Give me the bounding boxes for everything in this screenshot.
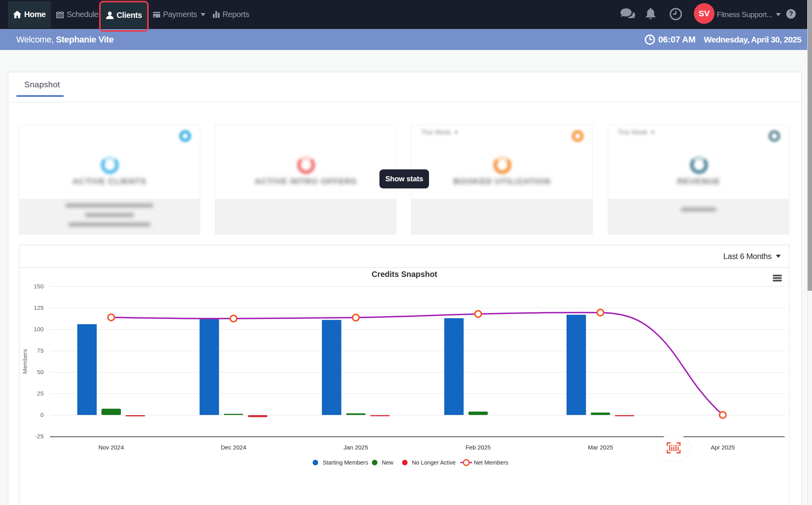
svg-text:Starting Members: Starting Members [323, 459, 368, 466]
svg-text:0: 0 [40, 411, 44, 418]
svg-text:-25: -25 [35, 433, 44, 440]
svg-text:Credits Snapshot: Credits Snapshot [372, 270, 437, 278]
svg-text:Feb 2025: Feb 2025 [465, 444, 490, 451]
svg-text:150: 150 [34, 283, 44, 290]
svg-text:Net Members: Net Members [474, 459, 508, 466]
svg-text:100: 100 [34, 326, 44, 332]
svg-text:No Longer Active: No Longer Active [412, 459, 456, 466]
svg-text:Members: Members [21, 349, 28, 374]
svg-text:25: 25 [37, 390, 44, 397]
svg-text:Jan 2025: Jan 2025 [344, 444, 368, 451]
svg-text:Mar 2025: Mar 2025 [588, 444, 613, 451]
svg-text:Nov 2024: Nov 2024 [98, 444, 124, 451]
svg-text:125: 125 [34, 304, 44, 311]
svg-text:50: 50 [37, 369, 44, 375]
svg-text:75: 75 [37, 347, 44, 354]
svg-text:Apr 2025: Apr 2025 [710, 444, 735, 451]
svg-text:New: New [382, 459, 394, 466]
svg-text:Dec 2024: Dec 2024 [221, 444, 246, 451]
